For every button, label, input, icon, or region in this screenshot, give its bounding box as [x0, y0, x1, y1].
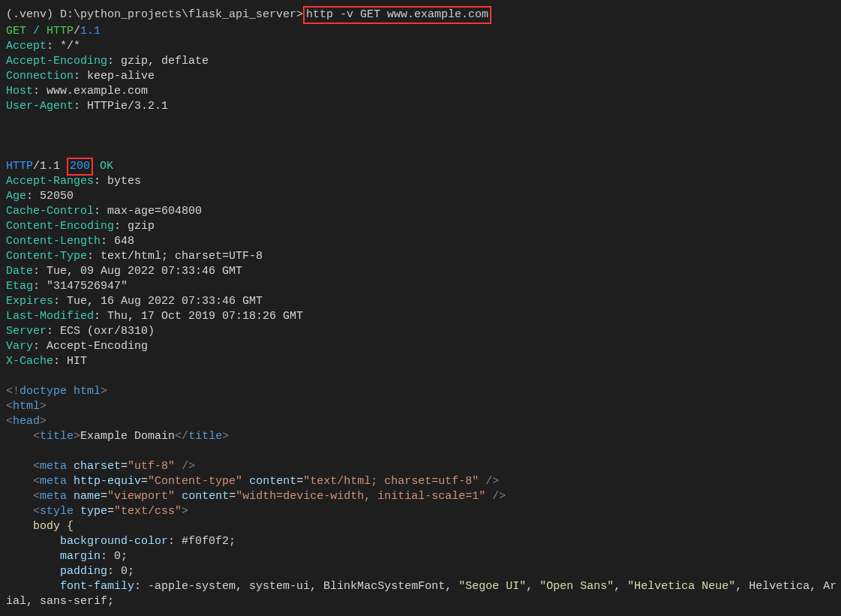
response-status-line: HTTP/1.1 200 OK — [6, 159, 835, 174]
res-header: Etag: "3147526947" — [6, 279, 835, 294]
request-line: GET / HTTP/1.1 — [6, 24, 835, 39]
status-text: OK — [100, 160, 113, 173]
res-header: Content-Type: text/html; charset=UTF-8 — [6, 249, 835, 264]
blank-line — [6, 144, 835, 159]
blank-line — [6, 444, 835, 459]
res-header: Vary: Accept-Encoding — [6, 339, 835, 354]
command-text: http -v GET www.example.com — [306, 8, 488, 21]
blank-line — [6, 114, 835, 129]
res-header: Content-Length: 648 — [6, 234, 835, 249]
style-tag-line: <style type="text/css"> — [6, 504, 835, 519]
blank-line — [6, 369, 835, 384]
request-protocol: HTTP — [47, 25, 74, 38]
response-version: 1.1 — [40, 160, 60, 173]
request-method: GET — [6, 25, 26, 38]
prompt-prefix: (.venv) D:\python_projects\flask_api_ser… — [6, 8, 303, 21]
meta-http-equiv-line: <meta http-equiv="Content-type" content=… — [6, 474, 835, 489]
res-header: Last-Modified: Thu, 17 Oct 2019 07:18:26… — [6, 309, 835, 324]
res-header: Expires: Tue, 16 Aug 2022 07:33:46 GMT — [6, 294, 835, 309]
title-tag-line: <title>Example Domain</title> — [6, 429, 835, 444]
req-header-connection: Connection: keep-alive — [6, 69, 835, 84]
css-margin-prop: margin: 0; — [6, 549, 835, 564]
status-code: 200 — [70, 160, 90, 173]
meta-viewport-line: <meta name="viewport" content="width=dev… — [6, 489, 835, 504]
prompt-line: (.venv) D:\python_projects\flask_api_ser… — [6, 6, 835, 24]
html-doctype: <!doctype html> — [6, 384, 835, 399]
req-header-user-agent: User-Agent: HTTPie/3.2.1 — [6, 99, 835, 114]
res-header: Cache-Control: max-age=604800 — [6, 204, 835, 219]
css-font-prop-line2: ial, sans-serif; — [6, 594, 835, 609]
html-open-tag: <html> — [6, 399, 835, 414]
res-header: Server: ECS (oxr/8310) — [6, 324, 835, 339]
res-header: Accept-Ranges: bytes — [6, 174, 835, 189]
status-code-highlight: 200 — [67, 158, 93, 176]
blank-line — [6, 129, 835, 144]
command-highlight: http -v GET www.example.com — [303, 6, 491, 24]
meta-charset-line: <meta charset="utf-8" /> — [6, 459, 835, 474]
req-header-host: Host: www.example.com — [6, 84, 835, 99]
request-path: / — [33, 25, 40, 38]
req-header-accept-encoding: Accept-Encoding: gzip, deflate — [6, 54, 835, 69]
head-open-tag: <head> — [6, 414, 835, 429]
request-version: 1.1 — [80, 25, 101, 38]
res-header: X-Cache: HIT — [6, 354, 835, 369]
css-body-selector: body { — [6, 519, 835, 534]
req-header-accept: Accept: */* — [6, 39, 835, 54]
res-header: Content-Encoding: gzip — [6, 219, 835, 234]
res-header: Date: Tue, 09 Aug 2022 07:33:46 GMT — [6, 264, 835, 279]
css-font-prop-line1: font-family: -apple-system, system-ui, B… — [6, 579, 835, 594]
response-protocol: HTTP — [6, 160, 33, 173]
css-bg-prop: background-color: #f0f0f2; — [6, 534, 835, 549]
res-header: Age: 52050 — [6, 189, 835, 204]
css-padding-prop: padding: 0; — [6, 564, 835, 579]
